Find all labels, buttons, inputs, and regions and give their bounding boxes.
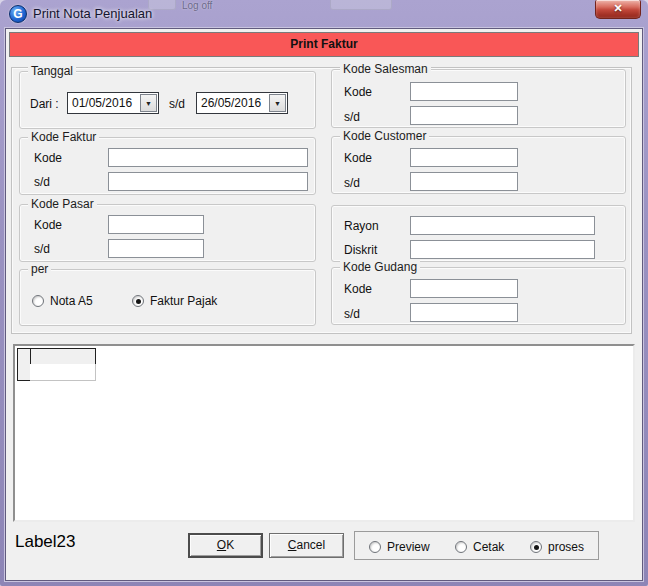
- radio-icon: [530, 541, 542, 553]
- radio-icon: [455, 541, 467, 553]
- window: Log off G Print Nota Penjualan ✕ Print F…: [0, 0, 648, 586]
- diskrit-label: Diskrit: [344, 243, 377, 257]
- salesman-from-input[interactable]: [410, 82, 518, 101]
- radio-proses[interactable]: proses: [530, 540, 584, 554]
- background-artifact: [330, 0, 392, 10]
- group-kode-pasar-legend: Kode Pasar: [28, 197, 97, 211]
- radio-icon: [132, 295, 144, 307]
- client-area: Print Faktur Tanggal Dari : 01/05/2016 ▼…: [5, 28, 643, 581]
- date-to-combobox[interactable]: 26/05/2016 ▼: [196, 92, 288, 114]
- group-kode-customer-legend: Kode Customer: [340, 129, 429, 143]
- diskrit-input[interactable]: [410, 240, 595, 259]
- radio-label: Faktur Pajak: [150, 294, 217, 308]
- radio-label: Preview: [387, 540, 430, 554]
- output-options-frame: Preview Cetak proses: [354, 531, 599, 560]
- titlebar: Log off G Print Nota Penjualan ✕: [0, 0, 648, 28]
- date-to-value: 26/05/2016: [197, 93, 268, 113]
- group-kode-customer: Kode Customer Kode s/d: [331, 136, 626, 194]
- form-header: Print Faktur: [9, 32, 639, 57]
- kode-label: Kode: [34, 151, 62, 165]
- grid-row-selector: [17, 364, 31, 381]
- dropdown-button[interactable]: ▼: [269, 94, 286, 112]
- close-button[interactable]: ✕: [595, 0, 641, 19]
- sd-label: s/d: [169, 97, 185, 111]
- group-kode-gudang-legend: Kode Gudang: [340, 260, 420, 274]
- grid-data-cell: [30, 364, 96, 381]
- sd-label: s/d: [344, 307, 360, 321]
- faktur-from-input[interactable]: [108, 148, 308, 167]
- kode-label: Kode: [344, 151, 372, 165]
- grid-corner-cell: [17, 348, 31, 365]
- results-grid[interactable]: [13, 344, 635, 522]
- radio-label: Nota A5: [50, 294, 93, 308]
- radio-preview[interactable]: Preview: [369, 540, 430, 554]
- group-per-legend: per: [28, 262, 51, 276]
- window-title: Print Nota Penjualan: [33, 0, 152, 28]
- sd-label: s/d: [34, 242, 50, 256]
- rayon-input[interactable]: [410, 216, 595, 235]
- cancel-button[interactable]: Cancel: [269, 533, 344, 558]
- ok-button[interactable]: OK: [188, 533, 263, 558]
- rayon-label: Rayon: [344, 219, 379, 233]
- group-kode-salesman-legend: Kode Salesman: [340, 62, 431, 76]
- dropdown-button[interactable]: ▼: [140, 94, 157, 112]
- group-kode-pasar: Kode Pasar Kode s/d: [19, 204, 316, 262]
- dari-label: Dari :: [30, 97, 59, 111]
- date-from-value: 01/05/2016: [68, 93, 139, 113]
- radio-faktur-pajak[interactable]: Faktur Pajak: [132, 294, 217, 308]
- kode-label: Kode: [344, 85, 372, 99]
- group-kode-faktur: Kode Faktur Kode s/d: [19, 137, 316, 195]
- group-kode-gudang: Kode Gudang Kode s/d: [331, 267, 626, 325]
- chevron-down-icon: ▼: [274, 100, 281, 107]
- pasar-to-input[interactable]: [108, 239, 204, 258]
- sd-label: s/d: [344, 110, 360, 124]
- app-icon: G: [9, 5, 27, 23]
- grid-header-cell: [30, 348, 96, 365]
- chevron-down-icon: ▼: [145, 100, 152, 107]
- radio-nota-a5[interactable]: Nota A5: [32, 294, 93, 308]
- customer-from-input[interactable]: [410, 148, 518, 167]
- radio-label: proses: [548, 540, 584, 554]
- faktur-to-input[interactable]: [108, 172, 308, 191]
- radio-icon: [32, 295, 44, 307]
- radio-label: Cetak: [473, 540, 504, 554]
- radio-icon: [369, 541, 381, 553]
- group-kode-faktur-legend: Kode Faktur: [28, 130, 99, 144]
- customer-to-input[interactable]: [410, 172, 518, 191]
- group-tanggal: Tanggal Dari : 01/05/2016 ▼ s/d 26/05/20…: [19, 71, 316, 129]
- group-rayon-diskrit: Rayon Diskrit: [331, 205, 626, 262]
- kode-label: Kode: [344, 282, 372, 296]
- close-icon: ✕: [613, 2, 622, 14]
- radio-cetak[interactable]: Cetak: [455, 540, 504, 554]
- group-tanggal-legend: Tanggal: [28, 64, 76, 78]
- sd-label: s/d: [34, 175, 50, 189]
- group-kode-salesman: Kode Salesman Kode s/d: [331, 69, 626, 128]
- pasar-from-input[interactable]: [108, 215, 204, 234]
- date-from-combobox[interactable]: 01/05/2016 ▼: [67, 92, 159, 114]
- status-label: Label23: [15, 532, 76, 552]
- sd-label: s/d: [344, 176, 360, 190]
- salesman-to-input[interactable]: [410, 106, 518, 125]
- gudang-from-input[interactable]: [410, 279, 518, 298]
- gudang-to-input[interactable]: [410, 303, 518, 322]
- kode-label: Kode: [34, 218, 62, 232]
- group-per: per Nota A5 Faktur Pajak: [19, 269, 316, 326]
- background-artifact-text: Log off: [182, 0, 212, 11]
